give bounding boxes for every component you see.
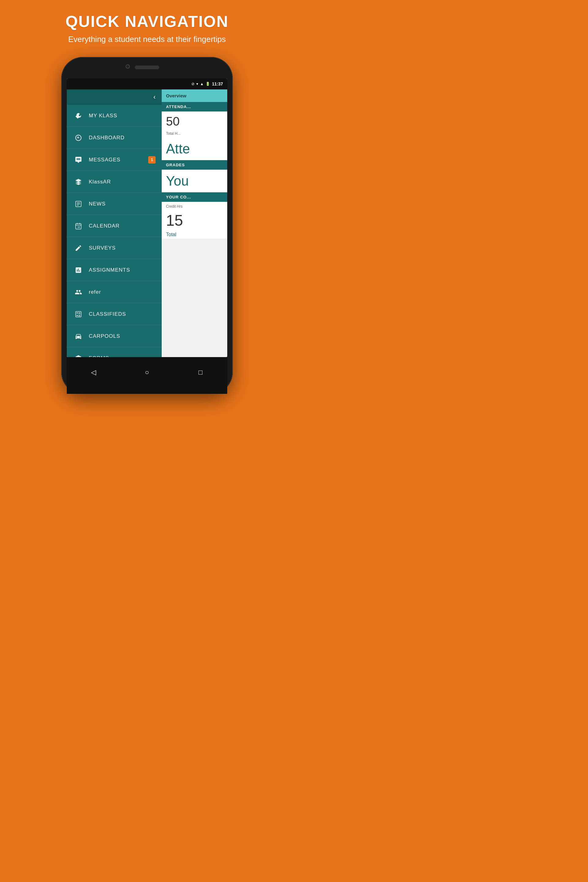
car-icon (73, 333, 84, 340)
page-title: QUICK NAVIGATION (66, 12, 229, 31)
pencil-icon (73, 244, 84, 252)
nav-label-calendar: CALENDAR (89, 223, 156, 229)
nav-header: ‹ (67, 89, 162, 105)
nav-label-dashboard: DASHBOARD (89, 135, 156, 141)
page-subtitle: Everything a student needs at their fing… (66, 34, 229, 45)
calendar-icon: 10 (73, 222, 84, 230)
phone-body: ⊘ ▾ ▲ 🔋 11:37 ‹ (61, 57, 233, 394)
svg-text:10: 10 (78, 226, 80, 228)
classifieds-icon (73, 310, 84, 318)
nav-item-dashboard[interactable]: DASHBOARD (67, 127, 162, 149)
news-icon (73, 200, 84, 208)
credit-label: Credit Hrs (162, 202, 227, 210)
overview-tab[interactable]: Overview (162, 89, 227, 102)
attendance-label: Total H... (162, 131, 227, 138)
overview-panel: Overview ATTENDA... 50 Total H... Atte G… (162, 89, 227, 357)
home-button[interactable]: ○ (141, 366, 153, 378)
attendance-big-text: Atte (162, 138, 227, 160)
status-time: 11:37 (212, 81, 223, 86)
dashboard-icon (73, 134, 84, 141)
wifi-icon: ▾ (196, 82, 198, 86)
credit-value: 15 (162, 210, 227, 231)
svg-point-13 (76, 315, 78, 316)
nav-item-my-klass[interactable]: MY KLASS (67, 105, 162, 127)
phone-device: ⊘ ▾ ▲ 🔋 11:37 ‹ (61, 57, 233, 394)
phone-speaker (135, 66, 159, 69)
status-bar: ⊘ ▾ ▲ 🔋 11:37 (67, 78, 227, 89)
nav-drawer: ‹ MY KLASS (67, 89, 162, 357)
nav-item-classifieds[interactable]: CLASSIFIEDS (67, 303, 162, 325)
courses-section-header: YOUR CO... (162, 192, 227, 202)
grades-value: You (162, 170, 227, 192)
total-label: Total (162, 231, 227, 238)
status-icons: ⊘ ▾ ▲ 🔋 11:37 (191, 81, 223, 86)
nav-item-surveys[interactable]: SURVEYS (67, 237, 162, 259)
attendance-section-header: ATTENDA... (162, 102, 227, 111)
nav-back-icon[interactable]: ‹ (153, 93, 156, 101)
nav-list: MY KLASS DASHBOARD (67, 105, 162, 357)
nav-item-refer[interactable]: refer (67, 281, 162, 303)
nav-item-klassar[interactable]: KlassAR (67, 171, 162, 193)
wrench-icon (73, 112, 84, 119)
phone-screen: ⊘ ▾ ▲ 🔋 11:37 ‹ (67, 78, 227, 357)
phone-camera (126, 64, 130, 69)
mute-icon: ⊘ (191, 82, 195, 86)
nav-item-messages[interactable]: MESSAGES 1 (67, 149, 162, 171)
nav-label-carpools: CARPOOLS (89, 333, 156, 339)
page-header: QUICK NAVIGATION Everything a student ne… (59, 0, 235, 54)
battery-icon: 🔋 (206, 82, 210, 86)
nav-item-carpools[interactable]: CARPOOLS (67, 325, 162, 347)
nav-label-klassar: KlassAR (89, 179, 156, 185)
attendance-value: 50 (162, 111, 227, 131)
nav-item-assignments[interactable]: ASSIGNMENTS (67, 259, 162, 281)
people-icon (73, 288, 84, 296)
bottom-nav: ◁ ○ □ (67, 357, 227, 394)
nav-item-forms[interactable]: FORMS (67, 347, 162, 357)
signal-icon: ▲ (200, 82, 204, 86)
nav-item-calendar[interactable]: 10 CALENDAR (67, 215, 162, 237)
nav-label-news: NEWS (89, 201, 156, 207)
nav-label-surveys: SURVEYS (89, 245, 156, 251)
nav-item-news[interactable]: NEWS (67, 193, 162, 215)
nav-label-classifieds: CLASSIFIEDS (89, 311, 156, 317)
book-icon (73, 178, 84, 186)
nav-label-messages: MESSAGES (89, 157, 148, 163)
messages-badge: 1 (148, 156, 156, 164)
nav-label-refer: refer (89, 289, 156, 295)
recent-button[interactable]: □ (195, 366, 207, 378)
nav-label-my-klass: MY KLASS (89, 113, 156, 119)
layers-icon (73, 355, 84, 357)
svg-point-10 (76, 312, 78, 314)
chat-icon (73, 156, 84, 164)
app-content: ‹ MY KLASS (67, 89, 227, 357)
back-button[interactable]: ◁ (87, 366, 99, 378)
nav-label-assignments: ASSIGNMENTS (89, 267, 156, 273)
grades-section-header: GRADES (162, 160, 227, 170)
assign-icon (73, 266, 84, 274)
